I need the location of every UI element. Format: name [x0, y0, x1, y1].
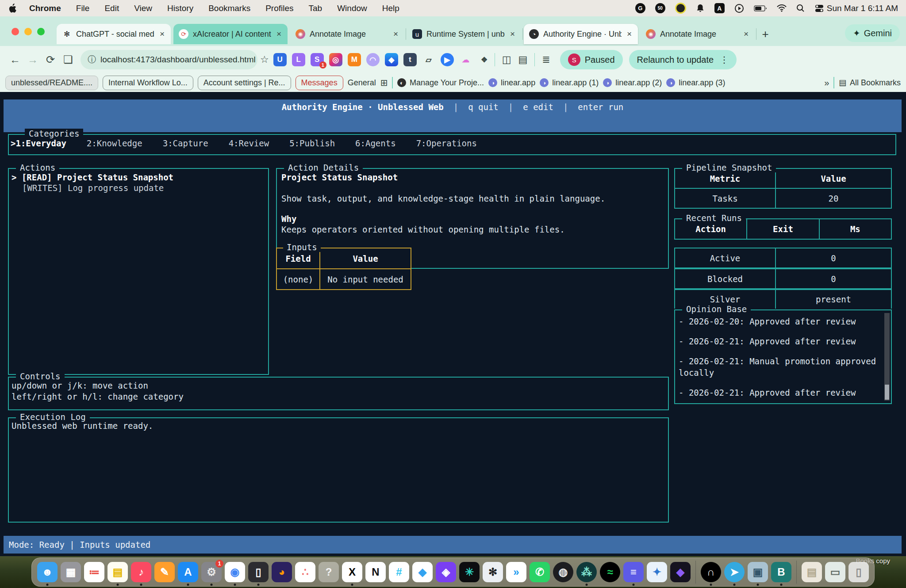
bookmark-general[interactable]: General: [348, 78, 376, 88]
reload-icon[interactable]: ⟳: [42, 53, 59, 66]
arc-black-app[interactable]: ∩: [701, 562, 721, 582]
bookmarks-overflow-icon[interactable]: »: [824, 78, 829, 88]
fifty-badge-icon[interactable]: 50: [655, 3, 665, 13]
purple-app[interactable]: ◈: [436, 562, 456, 582]
menu-bar-clock[interactable]: Sun Mar 1 6:11 AM: [827, 4, 898, 13]
money-extension[interactable]: S1: [311, 53, 324, 66]
bookmark-linear-app-1[interactable]: ◑ linear.app (1): [540, 78, 599, 88]
music[interactable]: ♪: [131, 562, 151, 582]
iphone-mirroring[interactable]: ▯: [248, 562, 269, 582]
wifi-icon[interactable]: [777, 4, 787, 12]
ublock-extension[interactable]: U: [273, 53, 287, 66]
reading-list-icon[interactable]: ❏: [59, 53, 77, 66]
all-bookmarks-button[interactable]: ▤ All Bookmarks: [839, 78, 901, 88]
close-tab-icon[interactable]: ×: [392, 29, 399, 39]
downloads-stack[interactable]: ▤: [802, 562, 822, 582]
close-tab-icon[interactable]: ×: [276, 29, 282, 39]
site-info-icon[interactable]: ⓘ: [88, 54, 96, 65]
frame-extension[interactable]: ▱: [422, 53, 435, 66]
grid-icon[interactable]: ⊞: [380, 77, 388, 88]
menu-history[interactable]: History: [167, 4, 193, 13]
menu-tab[interactable]: Tab: [309, 4, 322, 13]
control-center-icon[interactable]: [814, 4, 824, 13]
bookmark-star-icon[interactable]: ☆: [260, 54, 269, 65]
whatsapp[interactable]: ✆: [530, 562, 550, 582]
apple-logo-icon[interactable]: [8, 4, 18, 13]
tab-annotate-image-1[interactable]: ◉ Annotate Image ×: [290, 24, 404, 44]
system-settings[interactable]: ⚙1: [201, 562, 222, 582]
spotify[interactable]: ≈: [600, 562, 620, 582]
book-icon[interactable]: ▤: [518, 54, 528, 65]
zoom-window-button[interactable]: [37, 28, 45, 35]
menu-bookmarks[interactable]: Bookmarks: [208, 4, 250, 13]
paw-app[interactable]: ⁂: [576, 562, 597, 582]
striped-circle-app[interactable]: ◍: [553, 562, 573, 582]
action-item[interactable]: [WRITES] Log progress update: [9, 182, 268, 193]
notes[interactable]: ▤: [107, 562, 128, 582]
notion[interactable]: N: [365, 562, 386, 582]
basecamp[interactable]: B: [771, 562, 791, 582]
window-thumbnail[interactable]: ▭: [825, 562, 845, 582]
opinion-scrollbar-thumb[interactable]: [885, 385, 889, 400]
a-app-icon[interactable]: A: [714, 3, 725, 13]
freeform[interactable]: ◆: [412, 562, 433, 582]
telegram[interactable]: ➤: [724, 562, 745, 582]
launchpad[interactable]: ▦: [61, 562, 81, 582]
tumblr-extension[interactable]: t: [403, 53, 417, 66]
tab-group-chip[interactable]: unblessed/README....: [5, 76, 98, 90]
tab-xaicreator[interactable]: ⟳ xAIcreator | AI content n ×: [173, 24, 288, 44]
category-review[interactable]: 4:Review: [229, 138, 269, 148]
cloud-extension[interactable]: ☁: [459, 53, 472, 66]
menu-profiles[interactable]: Profiles: [265, 4, 293, 13]
chatgpt[interactable]: ✻: [483, 562, 503, 582]
category-operations[interactable]: 7:Operations: [416, 138, 477, 148]
playlist-icon[interactable]: ≣: [542, 54, 550, 65]
opinion-scrollbar[interactable]: [884, 313, 890, 401]
linear-app[interactable]: ≡: [623, 562, 644, 582]
phantom-extension[interactable]: ◠: [366, 53, 380, 66]
close-tab-icon[interactable]: ×: [509, 29, 516, 39]
bookmark-linear-app[interactable]: ◑ linear.app: [488, 78, 535, 88]
url-text[interactable]: localhost:4173/dashboard/unblessed.html: [100, 55, 256, 65]
tab-authority-engine-active[interactable]: ◔ Authority Engine · Unble ×: [524, 24, 638, 44]
play-extension[interactable]: ▶: [441, 53, 454, 66]
category-agents[interactable]: 6:Agents: [355, 138, 396, 148]
bookmark-manage-project[interactable]: ◐ Manage Your Proje...: [397, 78, 484, 88]
camera-extension[interactable]: ◎: [329, 53, 342, 66]
finder[interactable]: ☻: [37, 562, 58, 582]
close-window-button[interactable]: [12, 28, 19, 35]
menu-window[interactable]: Window: [337, 4, 367, 13]
menu-edit[interactable]: Edit: [104, 4, 119, 13]
missing-app[interactable]: ?: [319, 562, 339, 582]
bookmark-internal-workflow[interactable]: Internal Workflow Lo...: [103, 76, 193, 90]
metamask-extension[interactable]: M: [348, 53, 361, 66]
new-tab-button[interactable]: +: [757, 26, 773, 42]
shutter-icon[interactable]: [675, 3, 686, 14]
bookmark-linear-app-2[interactable]: ◑ linear.app (2): [603, 78, 662, 88]
vscode[interactable]: »: [506, 562, 526, 582]
trash[interactable]: ▯: [848, 562, 869, 582]
pages[interactable]: ✎: [154, 562, 175, 582]
spotlight-search-icon[interactable]: [796, 4, 805, 12]
category-publish[interactable]: 5:Publish: [289, 138, 335, 148]
category-knowledge[interactable]: 2:Knowledge: [87, 138, 142, 148]
forward-icon[interactable]: →: [24, 53, 42, 66]
obsidian[interactable]: ◆: [670, 562, 691, 582]
tab-runtime-system[interactable]: u Runtime System | unble ×: [407, 24, 521, 44]
bookmark-messages[interactable]: Messages: [296, 76, 343, 90]
close-tab-icon[interactable]: ×: [626, 29, 633, 39]
close-tab-icon[interactable]: ×: [743, 29, 749, 39]
kebab-menu-icon[interactable]: ⋮: [720, 54, 729, 65]
blue-star-app[interactable]: ✦: [647, 562, 667, 582]
slack[interactable]: #: [389, 562, 409, 582]
asana[interactable]: ∴: [295, 562, 315, 582]
tab-chatgpt[interactable]: ✻ ChatGPT - social media ×: [57, 24, 171, 44]
chrome[interactable]: ◉: [225, 562, 245, 582]
minimize-window-button[interactable]: [24, 28, 32, 35]
grammarly-icon[interactable]: G: [635, 3, 645, 13]
close-tab-icon[interactable]: ×: [159, 29, 165, 39]
bookmark-account-settings[interactable]: Account settings | Re...: [198, 76, 291, 90]
extensions-puzzle[interactable]: ❖: [478, 53, 491, 66]
menu-chrome[interactable]: Chrome: [29, 4, 61, 13]
category-capture[interactable]: 3:Capture: [163, 138, 208, 148]
